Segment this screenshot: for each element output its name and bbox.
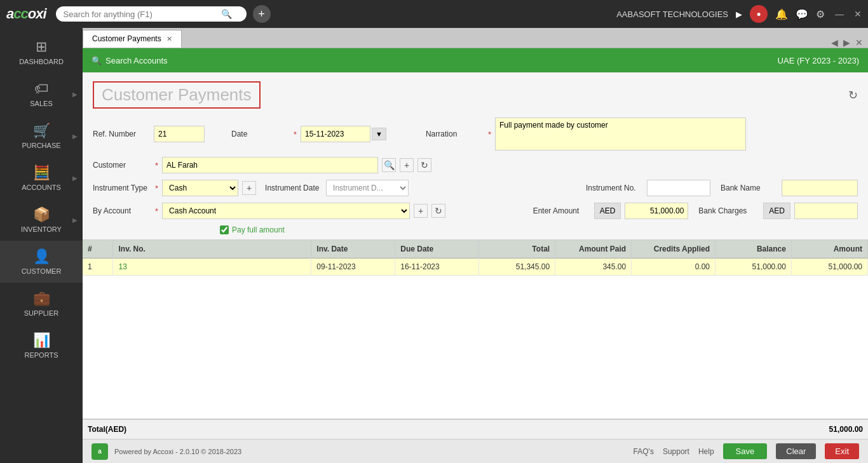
sidebar-item-label: CUSTOMER (22, 267, 62, 275)
cell-inv-no: 13 (113, 258, 311, 276)
col-total: Total (479, 240, 555, 258)
enter-amount-input[interactable] (625, 203, 688, 219)
sidebar-item-reports[interactable]: 📊 REPORTS (0, 325, 83, 366)
tab-close-icon[interactable]: ✕ (166, 35, 172, 43)
by-account-label: By Account (93, 206, 150, 215)
cell-num: 1 (83, 258, 113, 276)
col-balance: Balance (715, 240, 792, 258)
topbar-right: AABASOFT TECHNOLOGIES ▶ ● 🔔 💬 ⚙ — ✕ (616, 5, 862, 23)
form-row-account: By Account * Cash Account + ↻ Enter Amou… (93, 203, 858, 219)
tab-customer-payments[interactable]: Customer Payments ✕ (83, 30, 182, 48)
topbar: accoxi 🔍 + AABASOFT TECHNOLOGIES ▶ ● 🔔 💬… (0, 0, 868, 28)
customer-search-button[interactable]: 🔍 (382, 158, 396, 172)
instrument-type-select[interactable]: Cash (162, 180, 238, 196)
date-dropdown-icon[interactable]: ▼ (372, 128, 386, 140)
support-link[interactable]: Support (663, 447, 689, 456)
logo: accoxi (6, 6, 46, 22)
sidebar-item-purchase[interactable]: 🛒 PURCHASE ▶ (0, 115, 83, 157)
tab-close-all-icon[interactable]: ✕ (855, 37, 863, 48)
col-due-date: Due Date (395, 240, 479, 258)
date-label: Date (231, 130, 288, 138)
help-link[interactable]: Help (698, 447, 714, 456)
close-button[interactable]: ✕ (854, 9, 862, 19)
sidebar-item-dashboard[interactable]: ⊞ DASHBOARD (0, 31, 83, 73)
powered-text: Powered by Accoxi - 2.0.10 © 2018-2023 (114, 448, 241, 455)
account-add-button[interactable]: + (414, 204, 428, 218)
sidebar-item-accounts[interactable]: 🧮 ACCOUNTS ▶ (0, 157, 83, 199)
customer-input[interactable] (162, 157, 378, 173)
pay-full-checkbox[interactable] (220, 225, 229, 234)
form-row-ref: Ref. Number Date * ▼ Narration * Full pa… (93, 117, 858, 151)
tab-controls: ◀ ▶ ✕ (831, 37, 868, 48)
sidebar-item-label: ACCOUNTS (22, 184, 61, 191)
sidebar-item-customer[interactable]: 👤 CUSTOMER (0, 241, 83, 283)
notifications-icon[interactable]: 🔔 (775, 8, 788, 20)
cell-amount: 51,000.00 (791, 258, 867, 276)
inventory-icon: 📦 (33, 206, 50, 223)
instrument-date-select[interactable]: Instrument D... (326, 180, 409, 196)
bank-name-input[interactable] (782, 180, 858, 196)
company-name: AABASOFT TECHNOLOGIES (616, 10, 728, 19)
clear-button[interactable]: Clear (776, 443, 816, 459)
chevron-right-icon: ▶ (72, 133, 78, 140)
accounts-icon: 🧮 (33, 164, 50, 181)
form-area: Customer Payments ↻ Ref. Number Date * ▼… (83, 72, 868, 239)
search-bar[interactable]: 🔍 (56, 6, 247, 22)
messages-icon[interactable]: 💬 (796, 8, 808, 20)
customer-refresh-button[interactable]: ↻ (417, 158, 431, 172)
invoice-table: # Inv. No. Inv. Date Due Date Total Amou… (83, 240, 868, 276)
tab-nav-left-icon[interactable]: ◀ (831, 37, 838, 48)
form-title: Customer Payments (93, 81, 261, 109)
totals-amount: 51,000.00 (792, 425, 868, 434)
sidebar: ⊞ DASHBOARD 🏷 SALES ▶ 🛒 PURCHASE ▶ 🧮 ACC… (0, 28, 83, 463)
ref-number-input[interactable] (154, 126, 205, 142)
supplier-icon: 💼 (33, 290, 50, 307)
instrument-no-label: Instrument No. (586, 184, 643, 192)
account-refresh-button[interactable]: ↻ (431, 204, 445, 218)
customer-icon: 👤 (33, 248, 50, 265)
bottom-bar: a Powered by Accoxi - 2.0.10 © 2018-2023… (83, 439, 868, 463)
search-input[interactable] (64, 10, 216, 19)
add-new-button[interactable]: + (253, 5, 271, 23)
table-row[interactable]: 1 13 09-11-2023 16-11-2023 51,345.00 345… (83, 258, 868, 276)
search-icon: 🔍 (221, 9, 232, 19)
bank-charges-label: Bank Charges (698, 206, 756, 215)
accoxi-logo: a (92, 443, 108, 460)
date-input[interactable] (301, 126, 370, 142)
save-button[interactable]: Save (723, 443, 768, 459)
enter-amount-label: Enter Amount (533, 206, 590, 215)
narration-label: Narration (426, 130, 483, 138)
col-inv-date: Inv. Date (311, 240, 395, 258)
settings-icon[interactable]: ⚙ (816, 8, 825, 20)
by-account-select[interactable]: Cash Account (162, 203, 410, 219)
instrument-no-input[interactable] (647, 180, 710, 196)
instrument-add-button[interactable]: + (242, 181, 256, 195)
cell-inv-date: 09-11-2023 (311, 258, 395, 276)
dashboard-icon: ⊞ (36, 39, 47, 55)
sidebar-item-sales[interactable]: 🏷 SALES ▶ (0, 73, 83, 115)
faq-link[interactable]: FAQ's (634, 447, 654, 456)
refresh-icon[interactable]: ↻ (848, 88, 858, 102)
account-required: * (155, 206, 158, 216)
content-area: Customer Payments ✕ ◀ ▶ ✕ 🔍 Search Accou… (83, 28, 868, 463)
customer-add-button[interactable]: + (400, 158, 414, 172)
sidebar-item-label: SUPPLIER (24, 309, 58, 317)
bank-name-label: Bank Name (721, 184, 778, 192)
chevron-right-icon: ▶ (72, 91, 78, 98)
bank-charges-aed-badge: AED (763, 203, 790, 219)
sidebar-item-supplier[interactable]: 💼 SUPPLIER (0, 283, 83, 325)
purchase-icon: 🛒 (33, 123, 50, 139)
search-accounts-button[interactable]: 🔍 Search Accounts (92, 56, 168, 65)
cell-credits-applied: 0.00 (632, 258, 715, 276)
fy-label: UAE (FY 2023 - 2023) (778, 56, 859, 65)
totals-label: Total(AED) (83, 425, 210, 434)
tab-nav-right-icon[interactable]: ▶ (843, 37, 850, 48)
exit-button[interactable]: Exit (825, 443, 859, 459)
sidebar-item-inventory[interactable]: 📦 INVENTORY ▶ (0, 199, 83, 241)
instrument-type-label: Instrument Type (93, 184, 150, 192)
minimize-button[interactable]: — (835, 9, 844, 19)
amount-section: AED (594, 203, 689, 219)
narration-input[interactable]: Full payment made by customer (495, 117, 746, 151)
reports-icon: 📊 (33, 332, 50, 349)
bank-charges-input[interactable] (794, 203, 858, 219)
